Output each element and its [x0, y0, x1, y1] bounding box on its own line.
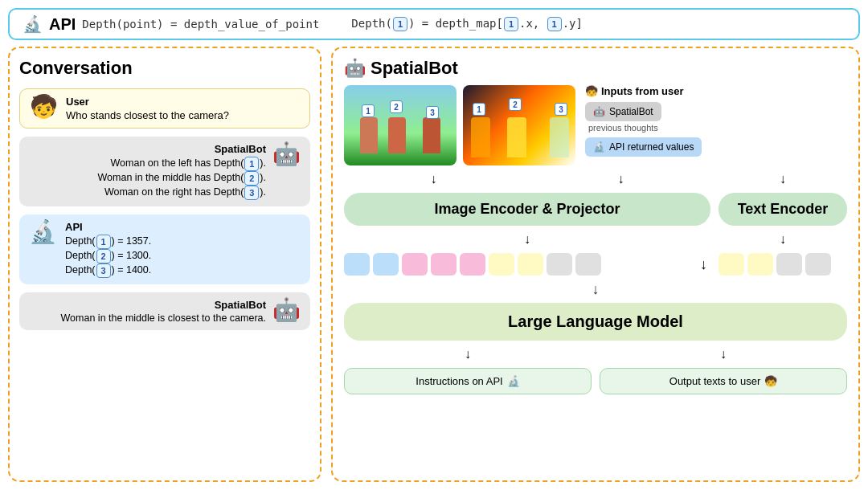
- token-yellow-t2: [747, 253, 773, 276]
- depth-num-3: 3: [555, 103, 567, 116]
- depth-num-2: 2: [509, 98, 522, 111]
- arrow-text-down: ↓: [719, 172, 847, 186]
- inputs-from-user-label: 🧒 Inputs from user: [585, 85, 684, 97]
- num-badge-1c: 1: [547, 17, 562, 31]
- token-blue-1: [344, 253, 370, 276]
- token-yellow-2: [518, 253, 543, 276]
- bot-bubble-2: SpatialBot Woman in the middle is closes…: [19, 292, 310, 330]
- output-text-box: Output texts to user 🧒: [600, 368, 847, 394]
- conversation-title: Conversation: [19, 58, 310, 79]
- inputs-user-icon: 🧒: [585, 85, 598, 97]
- user-message: Who stands closest to the camera?: [66, 109, 229, 121]
- token-pink-3: [460, 253, 485, 276]
- api-bubble: 🔬 API Depth(1) = 1357. Depth(2) = 1300. …: [19, 214, 310, 284]
- api-right-code: Depth(1) = depth_map[1.x, 1.y]: [351, 17, 583, 31]
- depth-image: 1 2 3: [463, 85, 575, 165]
- llm-box: Large Language Model: [344, 303, 847, 341]
- spatialbot-title: 🤖 SpatialBot: [344, 58, 847, 79]
- bot-name-1: SpatialBot: [29, 143, 266, 155]
- token-group-image: [344, 253, 689, 276]
- token-gray-t2: [805, 253, 831, 276]
- scene-num-3: 3: [426, 106, 439, 119]
- api-returned-badge: 🔬 API returned values: [585, 137, 702, 157]
- content-row: Conversation 🧒 User Who stands closest t…: [8, 47, 860, 482]
- bot-avatar-2: 🤖: [272, 299, 301, 321]
- api-returned-icon: 🔬: [593, 141, 605, 153]
- token-yellow-1: [489, 253, 514, 276]
- bot-line1: Woman on the left has Depth(1).: [29, 157, 266, 171]
- token-gray-2: [575, 253, 601, 276]
- bot-line2: Woman in the middle has Depth(2).: [29, 171, 266, 186]
- bot-message-2: Woman in the middle is closest to the ca…: [29, 312, 266, 324]
- token-pink-2: [431, 253, 457, 276]
- token-gray-t1: [776, 253, 802, 276]
- api-banner: 🔬 API Depth(point) = depth_value_of_poin…: [8, 8, 860, 40]
- arrows-row-2: ↓ ↓: [344, 232, 847, 247]
- text-encoder-box: Text Encoder: [719, 193, 847, 226]
- num-badge-1: 1: [393, 17, 407, 31]
- arrow-img2-down: ↓: [531, 172, 710, 186]
- scene-num-2: 2: [390, 100, 403, 113]
- output-api-box: Instructions on API 🔬: [344, 368, 592, 394]
- token-gray-1: [547, 253, 572, 276]
- spatialbot-content: 1 2 3 1 2: [344, 85, 847, 471]
- images-col: 1 2 3 1 2: [344, 85, 575, 165]
- top-row: 1 2 3 1 2: [344, 85, 847, 165]
- prev-thoughts-sub: previous thoughts: [585, 123, 658, 133]
- output-text-icon: 🧒: [764, 375, 777, 387]
- output-api-icon: 🔬: [507, 375, 520, 387]
- bot-bubble-1: SpatialBot Woman on the left has Depth(1…: [19, 137, 310, 206]
- token-pink-1: [402, 253, 428, 276]
- scene-image: 1 2 3: [344, 85, 457, 165]
- api-title: API: [49, 15, 76, 34]
- user-bubble: 🧒 User Who stands closest to the camera?: [19, 88, 310, 129]
- token-yellow-t1: [719, 253, 744, 276]
- arrow-merge: ↓: [697, 256, 710, 273]
- arrow-img-down: ↓: [344, 172, 523, 186]
- prev-thoughts-icon: 🤖: [593, 106, 605, 117]
- arrow-llm-down: ↓: [344, 282, 847, 296]
- token-blue-2: [373, 253, 399, 276]
- bot-line3: Woman on the right has Depth(3).: [29, 186, 266, 200]
- api-icon: 🔬: [23, 14, 43, 34]
- arrow-out2-down: ↓: [600, 347, 847, 361]
- api-line3: Depth(3) = 1400.: [65, 263, 151, 278]
- arrow-out1-down: ↓: [344, 347, 592, 361]
- encoders-row: Image Encoder & Projector Text Encoder: [344, 193, 847, 226]
- api-left-code: Depth(point) = depth_value_of_point: [82, 18, 319, 31]
- spatialbot-icon: 🤖: [344, 58, 366, 79]
- api-name: API: [65, 221, 151, 233]
- inputs-col: 🧒 Inputs from user 🤖 SpatialBot previous…: [585, 85, 702, 157]
- spatialbot-panel: 🤖 SpatialBot 1 2: [331, 47, 860, 482]
- api-line1: Depth(1) = 1357.: [65, 235, 151, 249]
- api-line2: Depth(2) = 1300.: [65, 249, 151, 263]
- bot-name-2: SpatialBot: [29, 299, 266, 311]
- bot-avatar-1: 🤖: [272, 143, 301, 165]
- arrow-enc-down: ↓: [344, 232, 710, 247]
- arrow-tenc-down: ↓: [719, 232, 847, 247]
- scene-num-1: 1: [362, 104, 375, 117]
- token-group-text: [719, 253, 847, 276]
- depth-num-1: 1: [473, 103, 485, 116]
- arrows-row-3: ↓ ↓: [344, 347, 847, 361]
- user-avatar: 🧒: [30, 96, 58, 118]
- api-avatar: 🔬: [29, 221, 57, 243]
- conversation-panel: Conversation 🧒 User Who stands closest t…: [8, 47, 321, 482]
- user-name: User: [66, 96, 229, 108]
- llm-row: Large Language Model: [344, 303, 847, 341]
- prev-thoughts-badge: 🤖 SpatialBot: [585, 102, 661, 121]
- arrows-row-1: ↓ ↓ ↓: [344, 172, 847, 186]
- image-encoder-box: Image Encoder & Projector: [344, 193, 710, 226]
- num-badge-1b: 1: [504, 17, 518, 31]
- output-row: Instructions on API 🔬 Output texts to us…: [344, 368, 847, 394]
- tokens-row: ↓: [344, 253, 847, 276]
